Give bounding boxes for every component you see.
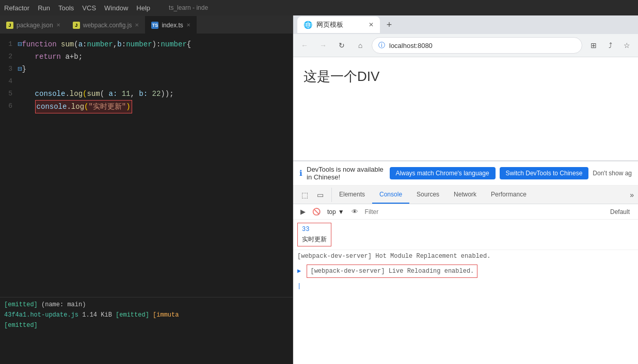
terminal-line-2: 43f4a1.hot-update.js 1.14 KiB [emitted] … — [4, 310, 289, 320]
browser-chrome: 🌐 网页模板 ✕ + ← → ↻ ⌂ ⓘ localhost:8080 ⊞ ⤴ — [293, 15, 638, 57]
devtools-panel: ℹ DevTools is now available in Chinese! … — [293, 160, 638, 364]
browser-tab-bar: 🌐 网页模板 ✕ + — [293, 15, 638, 34]
code-line-5: console.log(sum( a: 11, b: 22)); — [18, 88, 293, 100]
tab-console[interactable]: Console — [372, 186, 409, 204]
match-language-button[interactable]: Always match Chrome's language — [390, 167, 496, 179]
tab-label-package-json: package.json — [17, 22, 53, 29]
tab-performance[interactable]: Performance — [484, 186, 534, 204]
code-line-4 — [18, 75, 293, 88]
bookmark-button[interactable]: ☆ — [619, 38, 634, 53]
console-line-webpack-live: ▶ [webpack-dev-server] Live Reloading en… — [293, 262, 638, 280]
switch-devtools-button[interactable]: Switch DevTools to Chinese — [500, 167, 589, 179]
home-button[interactable]: ⌂ — [353, 38, 368, 53]
code-line-1: ⊟function sum(a:number,b:number):number{ — [18, 38, 293, 51]
tab-label-index-ts: index.ts — [162, 22, 183, 29]
menu-vcs[interactable]: VCS — [82, 4, 96, 12]
code-content[interactable]: ⊟function sum(a:number,b:number):number{… — [15, 34, 293, 297]
menu-help[interactable]: Help — [136, 4, 150, 12]
console-number-33: 33 — [302, 224, 327, 235]
filter-input[interactable] — [363, 207, 604, 217]
tab-label-webpack-config: webpack.config.js — [83, 22, 132, 29]
lock-icon: ⓘ — [378, 41, 385, 50]
info-icon: ℹ — [299, 169, 302, 178]
console-highlighted-live: [webpack-dev-server] Live Reloading enab… — [307, 264, 477, 278]
close-tab-webpack-config[interactable]: ✕ — [135, 22, 139, 28]
tab-webpack-config[interactable]: J webpack.config.js ✕ — [67, 16, 146, 34]
notification-text: DevTools is now available in Chinese! — [307, 166, 386, 181]
page-div-text: 这是一个DIV — [304, 68, 628, 86]
share-button[interactable]: ⤴ — [603, 38, 617, 53]
context-select[interactable]: top ▼ — [324, 207, 347, 217]
menu-refactor[interactable]: Refactor — [4, 4, 29, 12]
tab-elements[interactable]: Elements — [332, 186, 372, 204]
devtools-icon-buttons: ⬚ ▭ — [293, 188, 332, 202]
forward-button[interactable]: → — [316, 38, 330, 53]
devtools-inspect-button[interactable]: ⬚ — [297, 188, 312, 202]
translate-button[interactable]: ⊞ — [586, 38, 601, 53]
console-line-boxed: 33 实时更新 — [293, 220, 638, 250]
globe-icon: 🌐 — [304, 21, 312, 29]
tab-icon-js: J — [73, 22, 80, 29]
devtools-tab-list: Elements Console Sources Network Perform… — [332, 186, 534, 204]
code-line-6: console.log("实时更新") — [18, 100, 293, 112]
nav-actions: ⊞ ⤴ ☆ — [586, 38, 634, 53]
main-area: J package.json ✕ J webpack.config.js ✕ T… — [0, 15, 638, 364]
terminal-line-3: [emitted] — [4, 320, 289, 330]
url-text: localhost:8080 — [389, 42, 576, 49]
devtools-more-button[interactable]: » — [626, 191, 638, 199]
code-line-3: ⊟} — [18, 63, 293, 75]
new-tab-button[interactable]: + — [382, 18, 396, 32]
devtools-device-button[interactable]: ▭ — [313, 188, 327, 202]
console-output: 33 实时更新 [webpack-dev-server] Hot Module … — [293, 220, 638, 364]
tab-icon-ts: TS — [151, 22, 158, 29]
devtools-notification: ℹ DevTools is now available in Chinese! … — [293, 161, 638, 186]
console-clear-button[interactable]: 🚫 — [311, 206, 322, 218]
tab-index-ts[interactable]: TS index.ts ✕ — [145, 16, 196, 34]
console-cursor-line[interactable]: | — [293, 280, 638, 292]
tab-sources[interactable]: Sources — [409, 186, 446, 204]
tab-network[interactable]: Network — [446, 186, 484, 204]
address-bar[interactable]: ⓘ localhost:8080 — [372, 37, 582, 54]
browser-tab-close[interactable]: ✕ — [369, 21, 374, 28]
console-toolbar: ▶ 🚫 top ▼ 👁 Default — [293, 204, 638, 220]
default-label: Default — [606, 208, 634, 216]
close-tab-package-json[interactable]: ✕ — [56, 22, 60, 28]
ide-menubar: Refactor Run Tools VCS Window Help ts_le… — [0, 0, 638, 15]
close-tab-index-ts[interactable]: ✕ — [186, 22, 190, 28]
ide-panel: J package.json ✕ J webpack.config.js ✕ T… — [0, 15, 293, 364]
reload-button[interactable]: ↻ — [334, 38, 349, 53]
browser-nav-bar: ← → ↻ ⌂ ⓘ localhost:8080 ⊞ ⤴ ☆ — [293, 34, 638, 57]
devtools-tab-bar: ⬚ ▭ Elements Console Sources Network Per… — [293, 186, 638, 204]
ide-title: ts_learn - inde — [169, 4, 208, 11]
menu-window[interactable]: Window — [104, 4, 128, 12]
prompt-arrow: ▶ — [297, 268, 301, 275]
browser-tab-active[interactable]: 🌐 网页模板 ✕ — [297, 16, 380, 33]
console-num-block: 33 实时更新 — [297, 223, 331, 246]
ide-terminal: [emitted] (name: main) 43f4a1.hot-update… — [0, 297, 293, 364]
browser-panel: 🌐 网页模板 ✕ + ← → ↻ ⌂ ⓘ localhost:8080 ⊞ ⤴ — [293, 15, 638, 364]
code-area: 1 2 3 4 5 6 ⊟function sum(a:number,b:num… — [0, 34, 293, 297]
browser-tab-title: 网页模板 — [316, 20, 343, 29]
menu-run[interactable]: Run — [38, 4, 50, 12]
browser-page-content: 这是一个DIV — [293, 57, 638, 160]
back-button[interactable]: ← — [297, 38, 312, 53]
console-eye-button[interactable]: 👁 — [349, 206, 361, 218]
context-label: top — [327, 208, 336, 216]
console-text-realtime: 实时更新 — [302, 235, 327, 245]
context-dropdown-icon: ▼ — [338, 208, 344, 216]
console-line-webpack-hmr: [webpack-dev-server] Hot Module Replacem… — [293, 250, 638, 262]
code-line-2: return a+b; — [18, 51, 293, 63]
dont-show-button[interactable]: Don't show ag — [593, 170, 632, 177]
menu-tools[interactable]: Tools — [58, 4, 74, 12]
console-run-button[interactable]: ▶ — [297, 206, 309, 218]
line-numbers: 1 2 3 4 5 6 — [0, 34, 15, 297]
terminal-line-1: [emitted] (name: main) — [4, 300, 289, 310]
tab-icon-json: J — [6, 22, 13, 29]
ide-tab-bar: J package.json ✕ J webpack.config.js ✕ T… — [0, 15, 293, 34]
tab-package-json[interactable]: J package.json ✕ — [0, 16, 67, 34]
